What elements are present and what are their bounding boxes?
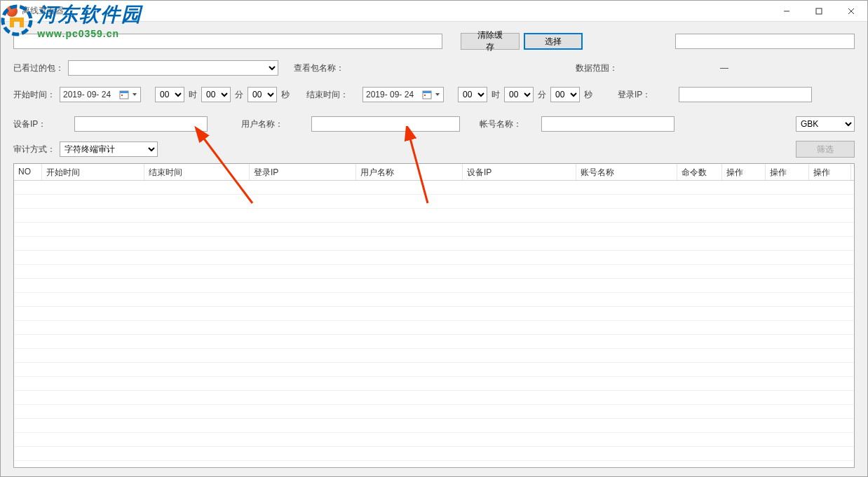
select-button[interactable]: 选择 xyxy=(524,33,583,50)
end-date-picker[interactable]: 2019- 09- 24 xyxy=(362,87,444,102)
start-date-picker[interactable]: 2019- 09- 24 xyxy=(60,87,141,102)
table-row xyxy=(14,195,854,209)
end-time-label: 结束时间： xyxy=(306,89,348,101)
device-ip-label: 设备IP： xyxy=(13,118,46,130)
hour-suffix: 时 xyxy=(491,89,500,101)
minute-suffix: 分 xyxy=(538,89,546,101)
table-row xyxy=(14,391,854,405)
table-row xyxy=(14,293,854,307)
second-suffix: 秒 xyxy=(281,89,290,101)
start-second-select[interactable]: 00 xyxy=(247,87,277,102)
account-name-label: 帐号名称： xyxy=(480,118,522,130)
table-row xyxy=(14,279,854,293)
username-input[interactable] xyxy=(311,116,460,132)
column-account[interactable]: 账号名称 xyxy=(576,164,677,180)
dropdown-icon xyxy=(435,92,440,97)
column-cmds[interactable]: 命令数 xyxy=(677,164,722,180)
package-row: 已看过的包： 查看包名称： 数据范围： — xyxy=(13,60,855,76)
app-window: 离线查看器 清除缓存 选择 已看过的包： xyxy=(0,0,868,477)
table-body xyxy=(14,181,854,467)
audit-method-select[interactable]: 字符终端审计 xyxy=(60,141,158,157)
svg-rect-6 xyxy=(121,95,123,96)
login-ip-label: 登录IP： xyxy=(618,89,651,101)
audit-row: 审计方式： 字符终端审计 筛选 xyxy=(13,141,855,158)
path-input[interactable] xyxy=(13,34,442,49)
clear-cache-button[interactable]: 清除缓存 xyxy=(461,33,520,50)
data-range-value: — xyxy=(710,63,738,73)
calendar-icon xyxy=(119,90,129,99)
column-loginip[interactable]: 登录IP xyxy=(250,164,356,180)
viewed-package-select[interactable] xyxy=(68,60,278,76)
start-date-value: 2019- 09- 24 xyxy=(63,90,111,99)
username-label: 用户名称： xyxy=(241,118,283,130)
path-row: 清除缓存 选择 xyxy=(13,33,855,50)
minute-suffix: 分 xyxy=(235,89,243,101)
login-ip-input[interactable] xyxy=(679,87,812,102)
view-package-name-label: 查看包名称： xyxy=(294,62,344,74)
column-op2[interactable]: 操作 xyxy=(766,164,809,180)
content-area: 清除缓存 选择 已看过的包： 查看包名称： 数据范围： — 开始时间： 2019… xyxy=(1,22,867,476)
maximize-button[interactable] xyxy=(803,1,835,22)
device-ip-input[interactable] xyxy=(74,116,208,132)
table-row xyxy=(14,335,854,349)
table-row xyxy=(14,363,854,377)
column-devip[interactable]: 设备IP xyxy=(463,164,576,180)
time-row: 开始时间： 2019- 09- 24 00 时 00 分 00 秒 结束时间： … xyxy=(13,86,855,103)
svg-rect-5 xyxy=(120,91,128,93)
column-op3[interactable]: 操作 xyxy=(809,164,851,180)
second-suffix: 秒 xyxy=(584,89,592,101)
column-no[interactable]: NO xyxy=(14,164,42,180)
results-table: NO开始时间结束时间登录IP用户名称设备IP账号名称命令数操作操作操作 xyxy=(13,163,855,468)
table-header: NO开始时间结束时间登录IP用户名称设备IP账号名称命令数操作操作操作 xyxy=(14,164,854,181)
window-title: 离线查看器 xyxy=(22,5,771,17)
svg-rect-1 xyxy=(816,8,822,14)
table-row xyxy=(14,307,854,321)
table-row xyxy=(14,405,854,419)
identity-row: 设备IP： 用户名称： 帐号名称： GBK xyxy=(13,116,855,132)
column-user[interactable]: 用户名称 xyxy=(356,164,463,180)
table-row xyxy=(14,223,854,237)
dropdown-icon xyxy=(132,92,137,97)
column-end[interactable]: 结束时间 xyxy=(144,164,250,180)
svg-rect-9 xyxy=(424,95,426,96)
minimize-button[interactable] xyxy=(771,1,803,22)
viewed-package-label: 已看过的包： xyxy=(13,62,64,74)
app-icon xyxy=(6,6,18,17)
titlebar: 离线查看器 xyxy=(1,1,867,22)
column-op1[interactable]: 操作 xyxy=(722,164,766,180)
end-minute-select[interactable]: 00 xyxy=(504,87,534,102)
encoding-select[interactable]: GBK xyxy=(796,116,855,132)
column-start[interactable]: 开始时间 xyxy=(42,164,144,180)
svg-rect-8 xyxy=(423,91,431,93)
table-row xyxy=(14,447,854,461)
hour-suffix: 时 xyxy=(189,89,197,101)
end-second-select[interactable]: 00 xyxy=(550,87,580,102)
table-row xyxy=(14,349,854,363)
end-hour-select[interactable]: 00 xyxy=(458,87,487,102)
window-controls xyxy=(771,1,867,22)
table-row xyxy=(14,251,854,265)
table-row xyxy=(14,377,854,391)
table-row xyxy=(14,419,854,433)
status-box xyxy=(675,34,855,49)
start-time-label: 开始时间： xyxy=(13,89,55,101)
table-row xyxy=(14,181,854,195)
start-hour-select[interactable]: 00 xyxy=(155,87,184,102)
calendar-icon xyxy=(422,90,432,99)
account-name-input[interactable] xyxy=(541,116,674,132)
table-row xyxy=(14,321,854,335)
table-row xyxy=(14,237,854,251)
table-row xyxy=(14,209,854,223)
audit-method-label: 审计方式： xyxy=(13,144,55,155)
table-row xyxy=(14,265,854,279)
end-date-value: 2019- 09- 24 xyxy=(366,90,414,99)
table-row xyxy=(14,433,854,447)
filter-button[interactable]: 筛选 xyxy=(796,141,855,158)
close-button[interactable] xyxy=(835,1,867,22)
start-minute-select[interactable]: 00 xyxy=(201,87,231,102)
data-range-label: 数据范围： xyxy=(576,62,618,74)
